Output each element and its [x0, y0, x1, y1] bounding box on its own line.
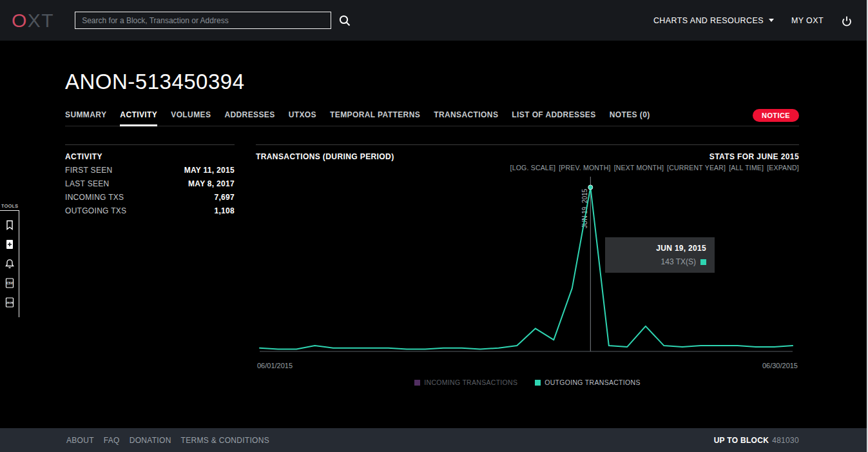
tools-label: TOOLS	[0, 204, 19, 208]
tab-addresses[interactable]: ADDRESSES	[224, 110, 275, 126]
tab-bar: SUMMARY ACTIVITY VOLUMES ADDRESSES UTXOS…	[65, 109, 799, 126]
control-prev-month[interactable]: [PREV. MONTH]	[559, 164, 610, 172]
tab-summary[interactable]: SUMMARY	[65, 110, 106, 126]
oxt-logo[interactable]: OXT	[12, 11, 54, 30]
activity-row-first-seen: FIRST SEEN MAY 11, 2015	[65, 166, 235, 175]
chart-stats-label: STATS FOR JUNE 2015	[709, 152, 799, 161]
svg-text:CSV: CSV	[6, 282, 13, 285]
logo-letter-o: O	[12, 10, 28, 31]
bookmark-icon[interactable]	[0, 215, 19, 235]
incoming-series-swatch	[414, 380, 420, 386]
activity-panel: ACTIVITY FIRST SEEN MAY 11, 2015 LAST SE…	[65, 144, 235, 386]
control-expand[interactable]: [EXPAND]	[767, 164, 799, 172]
chart-controls: [LOG. SCALE] [PREV. MONTH] [NEXT MONTH] …	[256, 164, 799, 172]
chevron-down-icon	[769, 19, 774, 22]
tab-transactions[interactable]: TRANSACTIONS	[434, 110, 498, 126]
peak-date-label: JUN 19, 2015	[581, 188, 588, 228]
search-icon[interactable]	[338, 14, 351, 27]
top-navigation: CHARTS AND RESOURCES MY OXT	[653, 15, 853, 26]
footer-link-donation[interactable]: DONATION	[130, 436, 171, 445]
page-title: ANON-513450394	[65, 41, 799, 94]
footer: ABOUT FAQ DONATION TERMS & CONDITIONS UP…	[0, 428, 868, 452]
x-axis-end-label: 06/30/2015	[762, 362, 798, 369]
footer-link-terms[interactable]: TERMS & CONDITIONS	[181, 436, 269, 445]
json-file-icon[interactable]: JSON	[0, 293, 19, 312]
control-current-year[interactable]: [CURRENT YEAR]	[667, 164, 726, 172]
nav-my-oxt[interactable]: MY OXT	[791, 16, 824, 25]
main-area: ANON-513450394 SUMMARY ACTIVITY VOLUMES …	[0, 41, 868, 428]
outgoing-series-swatch	[535, 380, 541, 386]
chart-canvas[interactable]: JUN 19, 2015	[256, 173, 799, 359]
up-to-block-label: UP TO BLOCK	[714, 436, 769, 445]
activity-heading: ACTIVITY	[65, 152, 235, 161]
search-input[interactable]	[75, 12, 331, 29]
footer-link-faq[interactable]: FAQ	[104, 436, 120, 445]
up-to-block: UP TO BLOCK481030	[714, 436, 799, 445]
tooltip-value: 143 TX(S)	[613, 257, 706, 266]
tab-activity[interactable]: ACTIVITY	[120, 110, 157, 126]
tooltip-series-swatch	[700, 259, 706, 265]
footer-links: ABOUT FAQ DONATION TERMS & CONDITIONS	[66, 436, 269, 445]
row-label: FIRST SEEN	[65, 166, 112, 175]
activity-row-last-seen: LAST SEEN MAY 8, 2017	[65, 179, 235, 188]
csv-file-icon[interactable]: CSV	[0, 273, 19, 293]
tab-list-of-addresses[interactable]: LIST OF ADDRESSES	[512, 110, 595, 126]
row-value: 1,108	[214, 206, 235, 215]
peak-marker	[588, 185, 593, 190]
chart-legend: INCOMING TRANSACTIONS OUTGOING TRANSACTI…	[256, 378, 799, 386]
block-number: 481030	[772, 436, 799, 445]
note-add-icon[interactable]	[0, 235, 19, 254]
activity-row-incoming-txs: INCOMING TXS 7,697	[65, 193, 235, 202]
legend-outgoing-transactions[interactable]: OUTGOING TRANSACTIONS	[535, 378, 640, 386]
row-value: 7,697	[214, 193, 235, 202]
chart-panel: TRANSACTIONS (DURING PERIOD) STATS FOR J…	[256, 144, 799, 386]
logo-letters-xt: XT	[28, 10, 54, 31]
x-axis-labels: 06/01/2015 06/30/2015	[256, 362, 799, 369]
activity-row-outgoing-txs: OUTGOING TXS 1,108	[65, 206, 235, 215]
bell-icon[interactable]	[0, 254, 19, 273]
tooltip-date: JUN 19, 2015	[613, 244, 706, 253]
chart-tooltip: JUN 19, 2015 143 TX(S)	[605, 237, 715, 273]
nav-charts-and-resources[interactable]: CHARTS AND RESOURCES	[653, 16, 774, 25]
transactions-chart[interactable]: JUN 19, 2015 JUN 19, 2015 143 TX(S)	[256, 173, 799, 359]
legend-incoming-transactions[interactable]: INCOMING TRANSACTIONS	[414, 378, 517, 386]
control-log-scale[interactable]: [LOG. SCALE]	[510, 164, 556, 172]
footer-link-about[interactable]: ABOUT	[66, 436, 94, 445]
row-value: MAY 11, 2015	[184, 166, 235, 175]
tab-volumes[interactable]: VOLUMES	[171, 110, 211, 126]
nav-charts-label: CHARTS AND RESOURCES	[653, 16, 764, 25]
row-value: MAY 8, 2017	[188, 179, 235, 188]
tools-rail: TOOLS CSV JSON	[0, 204, 19, 317]
tab-temporal-patterns[interactable]: TEMPORAL PATTERNS	[330, 110, 420, 126]
control-all-time[interactable]: [ALL TIME]	[729, 164, 764, 172]
row-label: LAST SEEN	[65, 179, 110, 188]
topbar: OXT CHARTS AND RESOURCES MY OXT	[0, 0, 868, 41]
tab-notes[interactable]: NOTES (0)	[610, 110, 650, 126]
notice-button[interactable]: NOTICE	[753, 109, 799, 122]
tab-utxos[interactable]: UTXOS	[289, 110, 316, 126]
row-label: INCOMING TXS	[65, 193, 124, 202]
chart-heading: TRANSACTIONS (DURING PERIOD)	[256, 152, 394, 161]
svg-text:JSON: JSON	[6, 301, 13, 304]
control-next-month[interactable]: [NEXT MONTH]	[614, 164, 664, 172]
x-axis-start-label: 06/01/2015	[257, 362, 293, 369]
power-icon[interactable]	[841, 15, 853, 26]
row-label: OUTGOING TXS	[65, 206, 126, 215]
